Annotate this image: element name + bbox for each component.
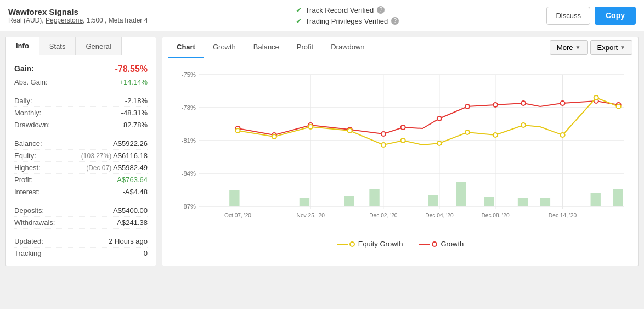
trading-privileges-help-icon[interactable]: ?	[391, 17, 399, 25]
chart-tab-balance[interactable]: Balance	[245, 37, 288, 58]
svg-point-38	[401, 125, 405, 130]
updated-row: Updated: 2 Hours ago	[14, 235, 148, 248]
withdrawals-value: A$241.38	[117, 218, 148, 227]
monthly-value: -48.31%	[121, 109, 148, 117]
drawdown-label: Drawdown:	[14, 121, 50, 129]
tab-stats[interactable]: Stats	[39, 37, 76, 55]
svg-point-58	[617, 104, 621, 109]
svg-point-49	[348, 128, 352, 133]
deposits-value: A$5400.00	[113, 206, 148, 215]
svg-text:Oct 07, '20: Oct 07, '20	[224, 212, 251, 218]
tracking-value: 0	[144, 249, 148, 257]
interest-row: Interest: -A$4.48	[14, 186, 148, 198]
balance-label: Balance:	[14, 139, 42, 148]
svg-rect-25	[369, 189, 379, 206]
interest-value: -A$4.48	[122, 188, 148, 196]
chart-tab-drawdown[interactable]: Drawdown	[322, 37, 373, 58]
equity-value: (103.27%) A$6116.18	[81, 151, 148, 160]
svg-text:Dec 04, '20: Dec 04, '20	[425, 212, 454, 218]
tab-general[interactable]: General	[76, 37, 121, 55]
chart-tab-chart[interactable]: Chart	[168, 37, 204, 58]
svg-rect-24	[344, 196, 354, 206]
equity-growth-legend: Equity Growth	[337, 240, 403, 248]
svg-point-39	[437, 116, 442, 121]
svg-text:-87%: -87%	[182, 203, 196, 210]
svg-text:-75%: -75%	[182, 71, 196, 78]
svg-rect-28	[484, 197, 494, 206]
daily-row: Daily: -2.18%	[14, 95, 148, 107]
more-button[interactable]: More ▼	[550, 40, 588, 55]
svg-point-56	[560, 133, 564, 137]
svg-point-51	[401, 138, 405, 143]
svg-point-43	[560, 101, 564, 105]
svg-point-52	[437, 141, 442, 145]
equity-pct: (103.27%)	[81, 152, 111, 160]
svg-text:Nov 25, '20: Nov 25, '20	[297, 212, 325, 218]
more-arrow-icon: ▼	[575, 44, 581, 50]
balance-row: Balance: A$5922.26	[14, 138, 148, 150]
account-title: Wawforex Signals	[8, 7, 148, 16]
chart-tab-growth[interactable]: Growth	[204, 37, 245, 58]
balance-value: A$5922.26	[113, 139, 148, 148]
svg-rect-27	[456, 182, 466, 206]
svg-point-55	[521, 123, 526, 127]
highest-note: (Dec 07)	[86, 164, 111, 172]
export-button[interactable]: Export ▼	[590, 40, 632, 55]
abs-gain-row: Abs. Gain: +14.14%	[14, 76, 148, 88]
svg-rect-26	[428, 195, 438, 206]
svg-point-40	[465, 104, 470, 109]
chart-tab-profit[interactable]: Profit	[288, 37, 322, 58]
gain-row: Gain: -78.55%	[14, 62, 148, 76]
withdrawals-label: Withdrawals:	[14, 218, 55, 227]
growth-dot-icon	[432, 241, 437, 247]
svg-point-48	[308, 125, 313, 129]
svg-point-47	[272, 134, 276, 139]
svg-text:Dec 14, '20: Dec 14, '20	[549, 212, 577, 218]
gain-value: -78.55%	[115, 64, 148, 74]
profit-label: Profit:	[14, 176, 33, 184]
monthly-label: Monthly:	[14, 109, 41, 117]
svg-text:-78%: -78%	[182, 104, 196, 111]
deposits-row: Deposits: A$5400.00	[14, 205, 148, 217]
right-panel: Chart Growth Balance Profit Drawdown Mor…	[162, 37, 639, 266]
verification-badges: ✔ Track Record Verified ? ✔ Trading Priv…	[296, 5, 399, 25]
svg-text:Dec 08, '20: Dec 08, '20	[481, 212, 510, 218]
svg-point-37	[381, 132, 386, 136]
svg-point-50	[381, 143, 386, 147]
highest-label: Highest:	[14, 164, 41, 172]
chart-actions: More ▼ Export ▼	[550, 40, 632, 55]
withdrawals-row: Withdrawals: A$241.38	[14, 217, 148, 229]
equity-growth-label: Equity Growth	[358, 240, 403, 248]
gain-label: Gain:	[14, 64, 34, 74]
growth-legend: Growth	[419, 240, 464, 248]
drawdown-value: 82.78%	[123, 121, 148, 129]
daily-label: Daily:	[14, 97, 32, 105]
info-panel: Gain: -78.55% Abs. Gain: +14.14% Daily: …	[6, 55, 156, 266]
profit-row: Profit: A$763.64	[14, 174, 148, 186]
svg-rect-31	[591, 193, 601, 206]
svg-rect-23	[300, 198, 309, 206]
highest-value: (Dec 07) A$5982.49	[86, 164, 148, 172]
equity-amount: A$6116.18	[113, 151, 148, 160]
trading-privileges-badge: ✔ Trading Privileges Verified ?	[296, 16, 399, 25]
export-arrow-icon: ▼	[620, 44, 625, 50]
discuss-button[interactable]: Discuss	[546, 7, 590, 25]
svg-point-53	[465, 130, 470, 134]
svg-point-54	[493, 133, 498, 137]
equity-label: Equity:	[14, 151, 36, 160]
check-icon: ✔	[296, 5, 302, 14]
track-record-help-icon[interactable]: ?	[377, 6, 385, 14]
account-subtitle: Real (AUD), Pepperstone, 1:500 , MetaTra…	[8, 16, 148, 24]
monthly-row: Monthly: -48.31%	[14, 107, 148, 119]
svg-rect-22	[229, 190, 239, 206]
copy-button[interactable]: Copy	[595, 7, 636, 25]
track-record-badge: ✔ Track Record Verified ?	[296, 5, 399, 14]
deposits-label: Deposits:	[14, 206, 44, 215]
tab-info[interactable]: Info	[6, 37, 39, 55]
updated-value: 2 Hours ago	[109, 237, 148, 245]
profit-value: A$763.64	[117, 176, 148, 184]
equity-growth-dot-icon	[349, 241, 355, 247]
svg-rect-32	[613, 189, 623, 206]
abs-gain-value: +14.14%	[119, 78, 148, 86]
svg-rect-29	[518, 198, 528, 206]
